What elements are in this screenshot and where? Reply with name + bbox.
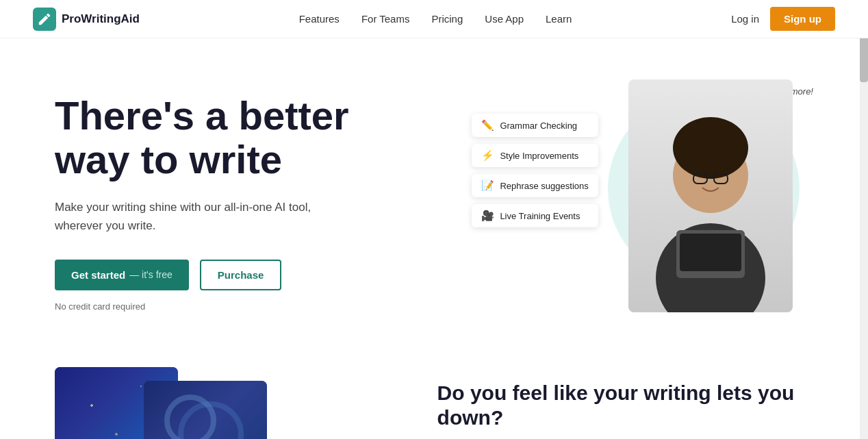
section2-title: Do you feel like your writing lets you d… [437,381,813,430]
section2-images: My idea in my head [55,367,396,439]
rephrase-icon: 📝 [481,179,494,192]
signup-button[interactable]: Sign up [770,7,835,31]
nav-links: Features For Teams Pricing Use App Learn [299,13,572,25]
nav-learn[interactable]: Learn [546,13,572,25]
hero-buttons: Get started — it's free Purchase [55,260,472,290]
section2: My idea in my head Do you feel like your… [0,367,868,439]
purchase-button[interactable]: Purchase [200,260,282,290]
logo-text: ProWritingAid [62,12,140,26]
pill-grammar: ✏️ Grammar Checking [472,114,598,137]
nav-use-app[interactable]: Use App [485,13,524,25]
image-card-overlay [144,381,267,439]
navbar: ProWritingAid Features For Teams Pricing… [0,0,868,38]
section2-text: Do you feel like your writing lets you d… [437,367,813,439]
pill-style: ⚡ Style Improvements [472,144,598,167]
nav-for-teams[interactable]: For Teams [361,13,410,25]
nav-features[interactable]: Features [299,13,340,25]
pill-rephrase: 📝 Rephrase suggestions [472,174,598,197]
logo-icon [33,8,56,31]
hero-subtitle: Make your writing shine with our all-in-… [55,198,342,235]
grammar-icon: ✏️ [481,119,494,131]
training-icon: 🎥 [481,210,494,222]
pill-training: 🎥 Live Training Events [472,204,598,227]
hero-content: There's a better way to write Make your … [55,94,472,312]
svg-point-4 [673,117,748,179]
style-icon: ⚡ [481,149,494,162]
get-started-button[interactable]: Get started — it's free [55,260,189,290]
page-scrollbar[interactable] [860,0,868,439]
nav-actions: Log in Sign up [731,7,835,31]
no-credit-text: No credit card required [55,301,472,312]
hero-title: There's a better way to write [55,94,472,181]
svg-rect-3 [680,234,741,271]
hero-section: There's a better way to write Make your … [0,38,868,353]
logo-link[interactable]: ProWritingAid [33,8,140,31]
hero-person-image [628,79,793,312]
nav-pricing[interactable]: Pricing [431,13,463,25]
login-button[interactable]: Log in [731,13,759,25]
swirl-pattern [144,381,267,439]
hero-visual: ...and more! + [472,79,813,326]
feature-pills: ✏️ Grammar Checking ⚡ Style Improvements… [472,114,598,227]
